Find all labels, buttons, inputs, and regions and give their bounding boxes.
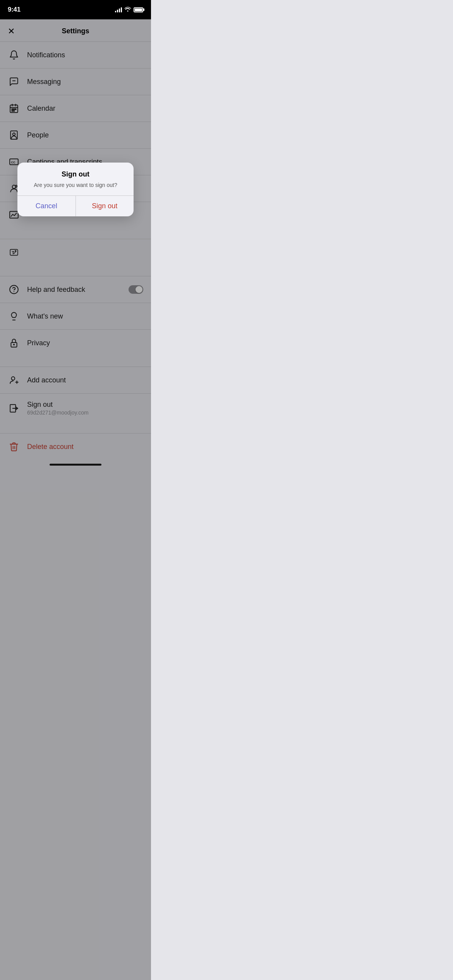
- status-bar: 9:41: [0, 0, 151, 19]
- modal-content: Sign out Are you sure you want to sign o…: [17, 163, 134, 196]
- settings-sheet: ✕ Settings Notifications Messaging: [0, 19, 151, 980]
- battery-icon: [134, 7, 143, 12]
- status-time: 9:41: [8, 6, 21, 14]
- status-icons: [115, 6, 143, 13]
- wifi-icon: [124, 6, 131, 13]
- modal-overlay: Sign out Are you sure you want to sign o…: [0, 19, 151, 980]
- signal-icon: [115, 7, 122, 12]
- signout-modal: Sign out Are you sure you want to sign o…: [17, 163, 134, 216]
- modal-cancel-button[interactable]: Cancel: [17, 196, 76, 216]
- modal-actions: Cancel Sign out: [17, 196, 134, 216]
- modal-signout-button[interactable]: Sign out: [76, 196, 134, 216]
- modal-message: Are you sure you want to sign out?: [25, 182, 126, 189]
- modal-title: Sign out: [25, 170, 126, 178]
